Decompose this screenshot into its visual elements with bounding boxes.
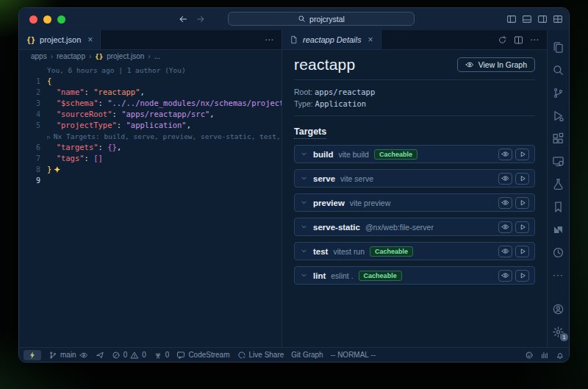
target-row-preview[interactable]: previewvite preview [294, 193, 535, 212]
status-notifications-bell[interactable] [556, 351, 564, 360]
activity-item-remote-explorer-icon[interactable] [552, 154, 565, 168]
activity-item-source-control-icon[interactable] [552, 86, 565, 99]
close-tab-icon[interactable]: × [87, 35, 93, 45]
status-codestream[interactable]: CodeStream [176, 351, 229, 360]
run-target-button[interactable] [515, 270, 529, 282]
target-command: @nx/web:file-server [365, 223, 434, 232]
activity-item-nx-console-icon[interactable] [552, 223, 565, 236]
view-target-button[interactable] [498, 246, 512, 257]
close-window-button[interactable] [29, 15, 37, 24]
chevron-down-icon[interactable] [300, 199, 308, 207]
account-icon[interactable] [552, 302, 565, 315]
code-text[interactable]: "$schema": "../../node_modules/nx/schema… [47, 98, 282, 109]
activity-item-explorer-icon[interactable] [552, 40, 565, 54]
status-live-share[interactable]: Live Share [237, 351, 284, 360]
code-text[interactable]: "tags": [] [47, 153, 103, 164]
history-nav [178, 8, 206, 30]
status-publish-icon[interactable] [96, 351, 104, 360]
customize-layout-icon[interactable] [553, 14, 563, 24]
run-target-button[interactable] [515, 197, 529, 209]
split-editor-icon[interactable] [514, 35, 523, 45]
code-text[interactable]: "targets": {}, [47, 142, 121, 153]
status-remote-indicator[interactable] [24, 350, 41, 360]
toggle-secondary-sidebar-icon[interactable] [537, 14, 548, 24]
breadcrumb-more[interactable]: ... [154, 52, 160, 60]
status-broadcast-count[interactable]: 0 [154, 351, 170, 360]
code-line: 6 "targets": {}, [19, 142, 282, 153]
activity-item-run-and-debug-icon[interactable] [552, 109, 565, 122]
close-tab-icon[interactable]: × [368, 35, 373, 45]
zoom-window-button[interactable] [57, 15, 65, 24]
activity-item-extensions-icon[interactable] [552, 132, 565, 145]
minimize-window-button[interactable] [43, 15, 51, 24]
status-git-graph[interactable]: Git Graph [291, 351, 323, 359]
toggle-sidebar-icon[interactable] [506, 14, 517, 24]
target-row-lint[interactable]: linteslint .Cacheable [294, 266, 535, 285]
more-actions-icon[interactable]: ⋯ [265, 35, 274, 45]
refresh-icon[interactable] [498, 35, 507, 45]
breadcrumb-apps[interactable]: apps [31, 52, 47, 60]
view-target-button[interactable] [498, 197, 512, 209]
type-label: Type: [294, 99, 313, 108]
chevron-down-icon[interactable] [300, 223, 308, 231]
view-target-button[interactable] [498, 173, 512, 185]
chevron-down-icon[interactable] [300, 150, 308, 158]
activity-item-more-icon[interactable]: ··· [552, 268, 565, 282]
branch-icon [49, 351, 57, 360]
tab-reactapp-details[interactable]: reactapp Details × [282, 30, 381, 49]
breadcrumb[interactable]: apps › reactapp › {} project.json › ... [19, 50, 282, 63]
status-git-branch[interactable]: main [49, 351, 88, 360]
command-center-search[interactable]: projcrystal [228, 12, 415, 26]
toggle-panel-icon[interactable] [522, 14, 532, 24]
view-in-graph-button[interactable]: View In Graph [457, 57, 535, 72]
run-target-button[interactable] [515, 246, 529, 257]
code-text[interactable]: "name": "reactapp", [47, 87, 145, 98]
view-target-button[interactable] [498, 270, 512, 282]
settings-gear-icon[interactable]: 1 [552, 325, 565, 338]
project-type: Type: Application [294, 98, 535, 110]
status-problems[interactable]: 00 [112, 351, 146, 360]
targets-heading: Targets [294, 126, 326, 139]
gitlens-blame[interactable]: You, 6 hours ago | 1 author (You) [47, 65, 186, 76]
breadcrumb-separator: › [51, 52, 53, 60]
status-vim-mode[interactable]: -- NORMAL -- [331, 351, 376, 359]
status-label: -- NORMAL -- [331, 351, 376, 359]
target-row-test[interactable]: testvitest runCacheable [294, 242, 535, 260]
json-file-icon: {} [26, 36, 35, 44]
play-icon: ▷ [47, 134, 51, 140]
root-value: apps/reactapp [315, 88, 375, 96]
activity-item-gitlens-icon[interactable] [552, 246, 565, 259]
chevron-down-icon[interactable] [300, 174, 308, 182]
target-row-serve-static[interactable]: serve-static@nx/web:file-server [294, 218, 535, 236]
activity-item-search-icon[interactable] [552, 63, 565, 76]
desktop: { "titlebar": { "search_value": "projcry… [0, 0, 588, 389]
code-text[interactable]: } [47, 164, 60, 175]
run-target-button[interactable] [515, 221, 529, 233]
code-text[interactable]: { [47, 76, 51, 87]
target-row-build[interactable]: buildvite buildCacheable [294, 145, 535, 163]
chevron-down-icon[interactable] [300, 247, 308, 255]
code-editor[interactable]: You, 6 hours ago | 1 author (You)1{2 "na… [19, 63, 282, 347]
code-text[interactable]: "projectType": "application", [47, 120, 191, 131]
forward-arrow-icon[interactable] [196, 14, 206, 24]
code-line: 9 [19, 175, 282, 186]
run-target-button[interactable] [515, 173, 529, 185]
view-target-button[interactable] [498, 221, 512, 233]
tab-project-json[interactable]: {} project.json × [19, 30, 101, 49]
root-label: Root: [294, 88, 312, 96]
run-target-button[interactable] [515, 149, 529, 160]
back-arrow-icon[interactable] [178, 14, 188, 24]
chevron-down-icon[interactable] [300, 271, 308, 279]
more-actions-icon[interactable]: ⋯ [530, 35, 539, 45]
activity-item-bookmarks-icon[interactable] [552, 200, 565, 213]
view-target-button[interactable] [498, 149, 512, 160]
breadcrumb-file[interactable]: project.json [107, 52, 144, 60]
breadcrumb-reactapp[interactable]: reactapp [57, 52, 85, 60]
target-row-serve[interactable]: servevite serve [294, 169, 535, 188]
status-feedback-smiley[interactable] [525, 351, 534, 360]
code-text[interactable]: "sourceRoot": "apps/reactapp/src", [47, 109, 215, 120]
line-number: 7 [19, 153, 47, 164]
activity-item-testing-icon[interactable] [552, 177, 565, 190]
status-console-levels[interactable] [540, 351, 549, 360]
nx-targets-codelens[interactable]: ▷Nx Targets: build, serve, preview, serv… [47, 131, 282, 142]
